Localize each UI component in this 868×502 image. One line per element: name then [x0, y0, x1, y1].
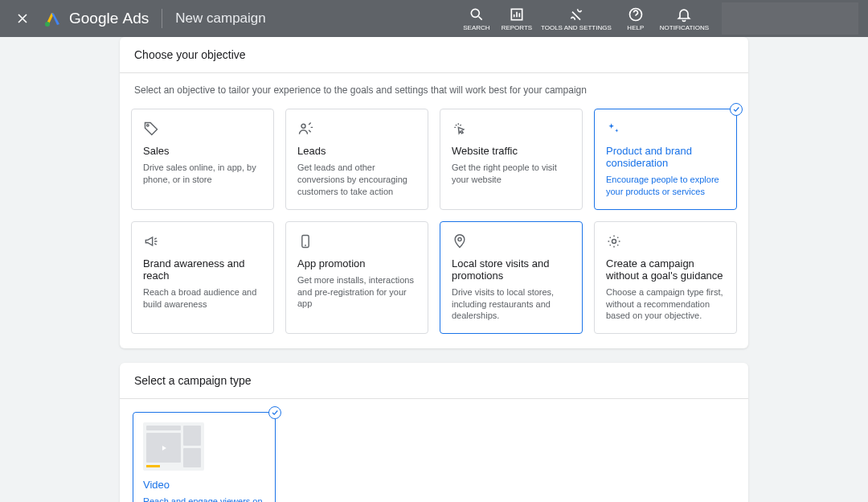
campaign-type-label: Video: [143, 479, 265, 491]
bell-icon: [676, 6, 692, 23]
tool-settings[interactable]: TOOLS AND SETTINGS: [538, 5, 615, 33]
reports-icon: [509, 6, 525, 23]
objective-awareness[interactable]: Brand awareness and reach Reach a broad …: [131, 221, 274, 335]
tools-icon: [568, 6, 584, 23]
objective-traffic[interactable]: Website traffic Get the right people to …: [440, 109, 583, 210]
ads-logo-icon: [43, 9, 63, 28]
campaign-type-video[interactable]: Video Reach and engage viewers on YouTub…: [133, 412, 276, 502]
brand-light: Google: [69, 10, 118, 27]
objective-title: Brand awareness and reach: [143, 257, 262, 282]
objective-desc: Choose a campaign type first, without a …: [606, 286, 725, 323]
objective-desc: Drive sales online, in app, by phone, or…: [143, 162, 262, 186]
gear-icon: [606, 233, 725, 251]
svg-point-8: [612, 239, 616, 243]
objective-sales[interactable]: Sales Drive sales online, in app, by pho…: [131, 109, 274, 210]
play-icon: [160, 444, 168, 452]
objective-panel: Choose your objective Select an objectiv…: [120, 37, 748, 348]
objective-title: App promotion: [297, 257, 416, 270]
tool-search[interactable]: SEARCH: [457, 5, 496, 33]
campaign-type-panel: Select a campaign type Video: [120, 363, 748, 502]
objective-title: Local store visits and promotions: [452, 257, 571, 282]
help-icon: [628, 6, 644, 23]
objective-desc: Drive visits to local stores, including …: [452, 286, 571, 323]
tool-reports[interactable]: REPORTS: [497, 5, 536, 33]
svg-point-0: [45, 22, 50, 27]
objective-panel-title: Choose your objective: [120, 37, 748, 73]
selected-check-icon: [268, 406, 281, 419]
app-header: Google Ads New campaign SEARCH REPORTS T…: [0, 0, 868, 37]
search-icon: [469, 6, 485, 23]
objective-title: Product and brand consideration: [606, 145, 725, 169]
brand-bold: Ads: [123, 10, 149, 27]
objective-title: Website traffic: [452, 145, 571, 157]
tool-label: TOOLS AND SETTINGS: [541, 24, 612, 31]
campaign-type-title: Select a campaign type: [120, 363, 748, 399]
objective-desc: Encourage people to explore your product…: [606, 174, 725, 198]
campaign-type-desc: Reach and engage viewers on YouTube and …: [143, 496, 265, 502]
close-icon: [14, 10, 31, 27]
objective-grid: Sales Drive sales online, in app, by pho…: [120, 102, 748, 348]
page-title: New campaign: [175, 10, 265, 27]
leads-icon: [297, 121, 416, 138]
objective-desc: Get leads and other conversions by encou…: [297, 162, 416, 198]
svg-point-7: [458, 237, 461, 241]
objective-local[interactable]: Local store visits and promotions Drive …: [440, 221, 583, 335]
header-tools: SEARCH REPORTS TOOLS AND SETTINGS HELP N…: [457, 5, 712, 33]
svg-point-5: [301, 124, 305, 128]
objective-desc: Reach a broad audience and build awarene…: [143, 286, 262, 311]
objective-app[interactable]: App promotion Get more installs, interac…: [285, 221, 428, 335]
objective-title: Sales: [143, 145, 262, 157]
objective-title: Leads: [297, 145, 416, 157]
header-account-area: [722, 2, 858, 35]
brand-logo: Google Ads: [43, 9, 149, 28]
tool-notifications[interactable]: NOTIFICATIONS: [657, 5, 712, 33]
phone-icon: [297, 233, 416, 251]
close-button[interactable]: [10, 6, 35, 31]
tool-label: REPORTS: [502, 24, 533, 31]
tool-label: HELP: [627, 24, 644, 31]
objective-title: Create a campaign without a goal's guida…: [606, 257, 725, 282]
objective-no-guidance[interactable]: Create a campaign without a goal's guida…: [594, 221, 737, 335]
header-divider: [162, 9, 162, 28]
svg-point-1: [471, 9, 479, 17]
svg-point-4: [147, 125, 149, 127]
objective-leads[interactable]: Leads Get leads and other conversions by…: [285, 109, 428, 210]
tool-label: SEARCH: [463, 24, 489, 31]
pin-icon: [452, 233, 571, 251]
megaphone-icon: [143, 233, 262, 251]
sparkle-icon: [606, 121, 725, 138]
click-icon: [452, 121, 571, 138]
tag-icon: [143, 121, 262, 138]
campaign-type-grid: Video Reach and engage viewers on YouTub…: [120, 399, 748, 502]
objective-desc: Get the right people to visit your websi…: [452, 162, 571, 186]
objective-desc: Get more installs, interactions and pre-…: [297, 274, 416, 311]
video-thumbnail: [143, 422, 204, 471]
objective-panel-subtitle: Select an objective to tailor your exper…: [120, 73, 748, 102]
selected-check-icon: [730, 103, 743, 116]
brand-text: Google Ads: [69, 10, 149, 27]
tool-help[interactable]: HELP: [616, 5, 655, 33]
objective-product-brand[interactable]: Product and brand consideration Encourag…: [594, 109, 737, 210]
tool-label: NOTIFICATIONS: [660, 24, 709, 31]
